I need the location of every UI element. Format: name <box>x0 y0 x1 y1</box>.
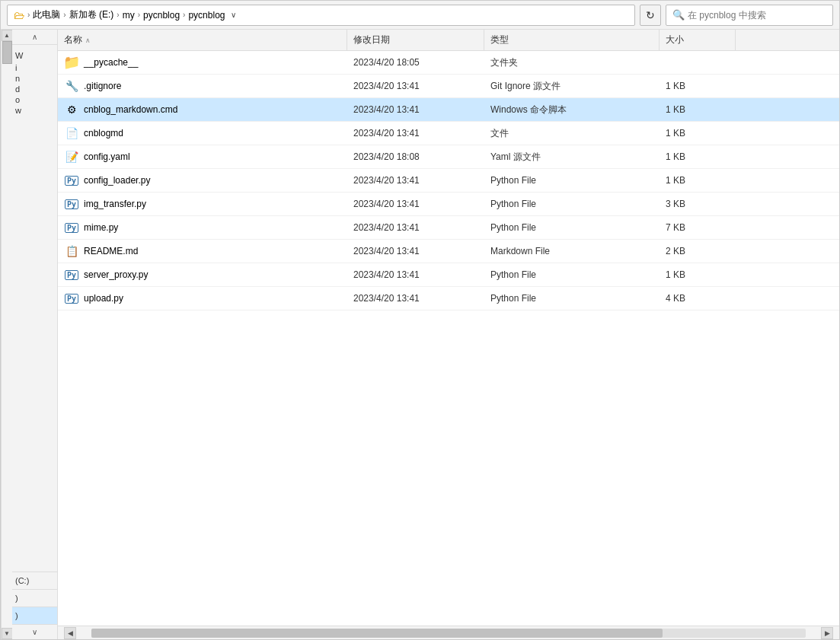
file-date: 2023/4/20 13:41 <box>347 100 484 119</box>
file-size: 1 KB <box>660 148 736 166</box>
sidebar-label-o: o <box>15 95 54 104</box>
scroll-down-button[interactable]: ▼ <box>2 628 13 639</box>
sidebar-label-w2: w <box>15 106 54 115</box>
bottom-scrollbar: ◀ ▶ <box>58 626 839 639</box>
sidebar-label-w: W <box>15 51 54 60</box>
file-icon: Py <box>64 173 79 188</box>
file-icon: 📁 <box>64 55 79 70</box>
col-modified[interactable]: 修改日期 <box>347 30 484 50</box>
file-size: 1 KB <box>660 266 736 284</box>
file-row[interactable]: 🔧 .gitignore 2023/4/20 13:41 Git Ignore … <box>58 75 839 98</box>
sidebar-label-i: i <box>15 63 54 72</box>
search-input[interactable] <box>688 10 825 21</box>
file-name-cell: 📋 README.md <box>58 240 347 263</box>
sep-1: › <box>27 11 30 19</box>
file-icon: 🔧 <box>64 78 79 94</box>
file-date: 2023/4/20 13:41 <box>347 218 484 237</box>
column-headers: 名称 ∧ 修改日期 类型 大小 <box>58 30 839 51</box>
file-name: img_transfer.py <box>84 199 146 209</box>
file-name-cell: 📁 __pycache__ <box>58 51 347 74</box>
file-name-cell: Py upload.py <box>58 287 347 310</box>
breadcrumb-thispc[interactable]: 🗁 <box>14 9 24 21</box>
scroll-right-button[interactable]: ▶ <box>821 627 833 639</box>
file-list-container: 名称 ∧ 修改日期 类型 大小 📁 __pycache__ 2023/4/2 <box>58 30 839 639</box>
breadcrumb-pycnblog2[interactable]: pycnblog <box>188 10 225 21</box>
file-row[interactable]: 📄 cnblogmd 2023/4/20 13:41 文件 1 KB <box>58 122 839 145</box>
breadcrumb-my[interactable]: my <box>123 10 135 21</box>
file-row[interactable]: Py mime.py 2023/4/20 13:41 Python File 7… <box>58 216 839 240</box>
search-icon: 🔍 <box>672 9 685 21</box>
file-row[interactable]: Py config_loader.py 2023/4/20 13:41 Pyth… <box>58 169 839 193</box>
file-date: 2023/4/20 13:41 <box>347 171 484 189</box>
file-name: README.md <box>84 246 138 256</box>
file-name-cell: 📄 cnblogmd <box>58 122 347 145</box>
file-name: __pycache__ <box>84 57 138 68</box>
file-size: 1 KB <box>660 124 736 142</box>
file-date: 2023/4/20 13:41 <box>347 77 484 95</box>
file-row[interactable]: 📝 config.yaml 2023/4/20 18:08 Yaml 源文件 1… <box>58 145 839 169</box>
sidebar-scroll-down[interactable]: ∨ <box>12 624 57 639</box>
sidebar-bottom: (C:) ) ) <box>12 572 58 624</box>
scroll-up-button[interactable]: ▲ <box>2 30 13 41</box>
file-icon: Py <box>64 196 79 212</box>
file-name: config.yaml <box>84 151 130 162</box>
file-name: upload.py <box>84 293 123 304</box>
file-size: 2 KB <box>660 242 736 260</box>
file-name: cnblogmd <box>84 128 123 139</box>
sep-2: › <box>63 11 65 19</box>
sidebar-label-d: d <box>15 84 54 94</box>
file-type: Python File <box>484 195 660 213</box>
file-type: Markdown File <box>484 242 660 260</box>
file-size: 1 KB <box>660 100 736 119</box>
file-row[interactable]: 📁 __pycache__ 2023/4/20 18:05 文件夹 <box>58 51 839 75</box>
file-date: 2023/4/20 13:41 <box>347 124 484 142</box>
file-icon: 📋 <box>64 244 79 259</box>
file-icon: Py <box>64 220 79 235</box>
breadcrumb-thispc-label[interactable]: 此电脑 <box>33 8 60 21</box>
col-type[interactable]: 类型 <box>484 30 660 50</box>
file-size: 3 KB <box>660 195 736 213</box>
file-area: 📁 __pycache__ 2023/4/20 18:05 文件夹 🔧 .git… <box>58 51 839 626</box>
scroll-track <box>2 41 13 628</box>
file-type: 文件夹 <box>484 53 660 73</box>
file-row[interactable]: ⚙ cnblog_markdown.cmd 2023/4/20 13:41 Wi… <box>58 98 839 122</box>
file-date: 2023/4/20 18:05 <box>347 53 484 72</box>
breadcrumb-edrv[interactable]: 新加卷 (E:) <box>69 8 114 21</box>
file-name: cnblog_markdown.cmd <box>84 104 177 115</box>
file-row[interactable]: Py server_proxy.py 2023/4/20 13:41 Pytho… <box>58 263 839 287</box>
sidebar-item-c[interactable]: (C:) <box>12 572 58 589</box>
breadcrumb-trail[interactable]: 🗁 › 此电脑 › 新加卷 (E:) › my › pycnblog › pyc… <box>7 5 635 26</box>
h-scroll-thumb[interactable] <box>91 629 663 638</box>
file-icon: 📝 <box>64 149 79 164</box>
col-size[interactable]: 大小 <box>660 30 736 50</box>
file-name-cell: Py mime.py <box>58 216 347 239</box>
breadcrumb-pycnblog1[interactable]: pycnblog <box>143 10 180 21</box>
file-icon: Py <box>64 267 79 282</box>
file-size: 1 KB <box>660 77 736 95</box>
file-icon: ⚙ <box>64 102 79 117</box>
file-row[interactable]: 📋 README.md 2023/4/20 13:41 Markdown Fil… <box>58 240 839 263</box>
sidebar-item-paren2[interactable]: ) <box>12 607 58 624</box>
file-type: Python File <box>484 171 660 189</box>
file-type: Python File <box>484 266 660 284</box>
file-type: Python File <box>484 218 660 237</box>
scroll-thumb[interactable] <box>2 41 12 64</box>
file-type: 文件 <box>484 123 660 144</box>
sidebar-item-paren1[interactable]: ) <box>12 589 58 607</box>
file-row[interactable]: Py upload.py 2023/4/20 13:41 Python File… <box>58 287 839 310</box>
sidebar-scroll-up[interactable]: ∧ <box>12 30 57 45</box>
file-name-cell: Py config_loader.py <box>58 169 347 192</box>
breadcrumb-dropdown[interactable]: ∨ <box>231 11 236 19</box>
sep-3: › <box>117 11 119 19</box>
file-type: Windows 命令脚本 <box>484 100 660 120</box>
file-date: 2023/4/20 13:41 <box>347 195 484 213</box>
file-name-cell: 🔧 .gitignore <box>58 75 347 97</box>
refresh-button[interactable]: ↻ <box>640 5 661 26</box>
file-icon: Py <box>64 291 79 306</box>
main-area: ▲ ▼ ∧ W i n d o w (C:) ) ) <box>1 30 839 639</box>
file-row[interactable]: Py img_transfer.py 2023/4/20 13:41 Pytho… <box>58 193 839 216</box>
file-name-cell: Py server_proxy.py <box>58 263 347 286</box>
file-date: 2023/4/20 13:41 <box>347 266 484 284</box>
col-name[interactable]: 名称 ∧ <box>58 30 347 50</box>
scroll-left-button[interactable]: ◀ <box>64 627 76 639</box>
